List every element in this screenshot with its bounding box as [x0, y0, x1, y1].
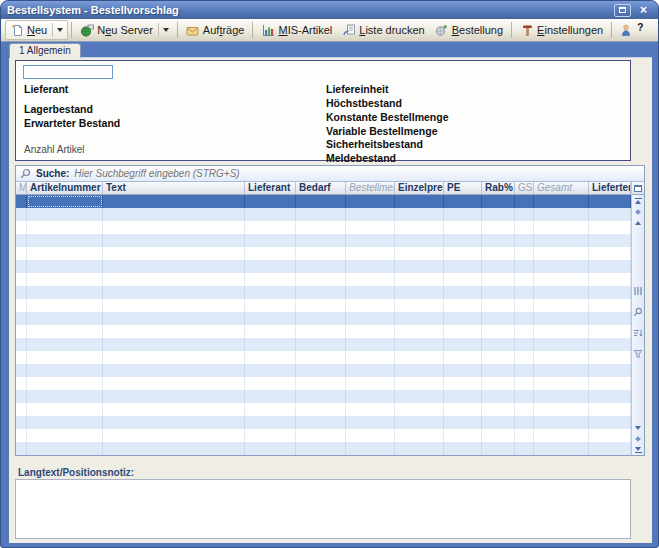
table-row[interactable]: [16, 351, 631, 364]
column-header-bedarf[interactable]: Bedarf: [296, 182, 346, 194]
einstellungen-button[interactable]: Einstellungen: [515, 21, 608, 40]
article-number-input[interactable]: [23, 65, 113, 79]
table-cell: [103, 377, 245, 390]
column-header-einzelpreis[interactable]: Einzelpreis: [395, 182, 444, 194]
table-cell: [534, 442, 589, 455]
table-cell: [346, 299, 395, 312]
filter-button[interactable]: [633, 345, 643, 363]
table-cell: [589, 234, 631, 247]
column-header-bestellmenge[interactable]: Bestellmenge: [346, 182, 395, 194]
table-cell: [245, 247, 296, 260]
liste-drucken-button[interactable]: Liste drucken: [337, 21, 429, 40]
column-header-lieferant[interactable]: Lieferant: [245, 182, 296, 194]
table-cell: [103, 416, 245, 429]
table-row[interactable]: [16, 364, 631, 377]
scroll-up-button[interactable]: [632, 217, 644, 228]
table-cell: [482, 195, 515, 208]
sort-button[interactable]: [633, 324, 643, 342]
table-row[interactable]: [16, 429, 631, 442]
table-cell: [27, 390, 103, 403]
column-header-text[interactable]: Text: [103, 182, 245, 194]
column-header-pe[interactable]: PE: [444, 182, 482, 194]
table-cell: [346, 390, 395, 403]
table-cell: [515, 429, 534, 442]
column-header-artikelnummer[interactable]: Artikelnummer: [27, 182, 103, 194]
table-cell: [245, 442, 296, 455]
table-cell: [515, 377, 534, 390]
liste-drucken-button-label: Liste drucken: [359, 24, 424, 36]
column-header-gs[interactable]: GS: [515, 182, 534, 194]
table-cell: [346, 234, 395, 247]
auftraege-button[interactable]: Aufträge: [181, 21, 250, 40]
table-cell: [296, 208, 346, 221]
table-cell: [515, 208, 534, 221]
table-cell: [16, 195, 27, 208]
table-cell: [444, 429, 482, 442]
table-row[interactable]: [16, 442, 631, 455]
help-button[interactable]: ?: [615, 21, 648, 40]
table-cell: [589, 429, 631, 442]
scroll-bottom-button[interactable]: [632, 444, 644, 455]
table-row[interactable]: [16, 234, 631, 247]
table-cell: [589, 221, 631, 234]
column-chooser-button[interactable]: [632, 182, 644, 195]
column-header-rab-[interactable]: Rab%: [482, 182, 515, 194]
table-cell: [482, 442, 515, 455]
table-row[interactable]: [16, 299, 631, 312]
table-cell: [395, 351, 444, 364]
table-row[interactable]: [16, 208, 631, 221]
grid-rows: [16, 195, 631, 455]
column-header-liefertermin[interactable]: Liefertermin: [589, 182, 631, 194]
table-row[interactable]: [16, 403, 631, 416]
table-cell: [27, 312, 103, 325]
table-row[interactable]: [16, 247, 631, 260]
table-row[interactable]: [16, 260, 631, 273]
band-columns-button[interactable]: [633, 282, 643, 300]
table-row[interactable]: [16, 377, 631, 390]
table-cell: [346, 416, 395, 429]
scroll-marker-top[interactable]: [632, 206, 644, 217]
table-cell: [395, 208, 444, 221]
column-header-gesamt[interactable]: Gesamt: [534, 182, 589, 194]
orders-envelope-icon: [186, 24, 200, 37]
table-row[interactable]: [16, 416, 631, 429]
table-row[interactable]: [16, 390, 631, 403]
mis-artikel-button[interactable]: MIS-Artikel: [256, 21, 337, 40]
search-input[interactable]: [74, 168, 640, 179]
table-row[interactable]: [16, 286, 631, 299]
table-row-selected[interactable]: [16, 195, 631, 208]
table-cell: [296, 273, 346, 286]
table-cell: [395, 273, 444, 286]
grid-main: MArtikelnummerTextLieferantBedarfBestell…: [16, 182, 644, 455]
neu-dropdown-arrow-icon[interactable]: [52, 23, 63, 37]
close-icon: ×: [640, 4, 647, 16]
table-row[interactable]: [16, 325, 631, 338]
table-cell: [16, 325, 27, 338]
neu-button[interactable]: Neu: [5, 20, 68, 40]
table-cell: [103, 299, 245, 312]
neu-server-dropdown-arrow-icon[interactable]: [158, 23, 169, 37]
table-cell: [589, 312, 631, 325]
bestellung-button[interactable]: Bestellung: [430, 21, 508, 40]
table-row[interactable]: [16, 273, 631, 286]
scroll-down-button[interactable]: [632, 422, 644, 433]
restore-button[interactable]: [614, 4, 631, 17]
table-cell: [589, 208, 631, 221]
langtext-textarea[interactable]: [15, 479, 631, 539]
table-cell: [515, 234, 534, 247]
tab-allgemein[interactable]: 1 Allgemein: [9, 43, 81, 58]
table-row[interactable]: [16, 338, 631, 351]
table-row[interactable]: [16, 221, 631, 234]
table-cell: [296, 351, 346, 364]
table-cell: [444, 351, 482, 364]
table-row[interactable]: [16, 312, 631, 325]
search-panel-button[interactable]: [633, 303, 643, 321]
table-cell: [534, 325, 589, 338]
table-cell: [444, 195, 482, 208]
table-cell: [482, 325, 515, 338]
close-button[interactable]: ×: [635, 4, 652, 17]
scroll-top-button[interactable]: [632, 195, 644, 206]
neu-server-button[interactable]: Neu Server: [75, 20, 174, 40]
column-header-m[interactable]: M: [16, 182, 27, 194]
scroll-marker-bottom[interactable]: [632, 433, 644, 444]
